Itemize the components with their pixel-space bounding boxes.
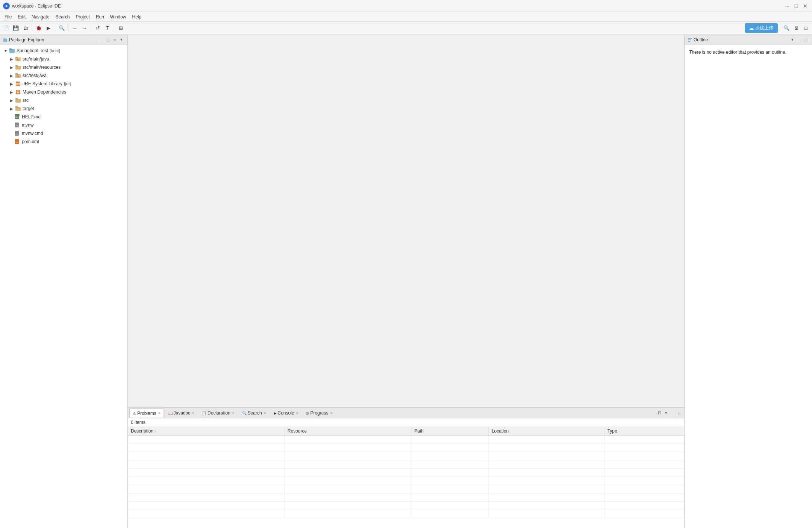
tab-declaration-close[interactable]: × [232, 411, 235, 415]
menu-help[interactable]: Help [129, 13, 145, 21]
outline-menu-btn[interactable]: ▾ [789, 37, 795, 43]
tab-console-close[interactable]: × [296, 411, 298, 415]
src-test-java-icon: s [15, 73, 21, 79]
tab-console[interactable]: ▶ Console × [270, 408, 302, 418]
search-button[interactable]: 🔍 [57, 24, 66, 33]
menu-navigate[interactable]: Navigate [29, 13, 52, 21]
pe-close-button[interactable]: × [112, 37, 118, 43]
maven-label: Maven Dependencies [23, 89, 66, 95]
run-button[interactable]: ▶ [44, 24, 53, 33]
save-all-button[interactable]: 🗂 [21, 24, 30, 33]
perspective-button[interactable]: ⊞ [116, 24, 125, 33]
menu-file[interactable]: File [2, 13, 15, 21]
menu-edit[interactable]: Edit [15, 13, 29, 21]
col-location[interactable]: Location [488, 427, 604, 436]
forward-button[interactable]: → [80, 24, 89, 33]
tree-item-mvnw-cmd[interactable]: cmd mvnw.cmd [0, 129, 127, 138]
tab-declaration-label: Declaration [208, 410, 230, 416]
table-row[interactable] [128, 444, 684, 452]
quick-access-button[interactable]: 🔍 [782, 24, 791, 33]
menu-window[interactable]: Window [107, 13, 129, 21]
toggle-src-main-resources[interactable]: ▶ [9, 65, 14, 70]
refresh-button[interactable]: ↺ [93, 24, 102, 33]
toggle-project[interactable]: ▼ [3, 48, 8, 53]
pe-minimize-button[interactable]: _ [98, 37, 104, 43]
tab-declaration[interactable]: 📋 Declaration × [198, 408, 238, 418]
open-type-button[interactable]: T [103, 24, 112, 33]
toggle-src[interactable]: ▶ [9, 98, 14, 103]
toggle-maven[interactable]: ▶ [9, 89, 14, 95]
col-resource[interactable]: Resource [284, 427, 411, 436]
menu-run[interactable]: Run [93, 13, 107, 21]
toggle-target[interactable]: ▶ [9, 106, 14, 111]
tab-progress-close[interactable]: × [330, 411, 332, 415]
toggle-src-main-java[interactable]: ▶ [9, 56, 14, 62]
tree-item-jre[interactable]: ▶ JRE JRE System Library [jre] [0, 80, 127, 88]
bottom-filter-button[interactable]: ⊟ [656, 410, 662, 416]
package-explorer-label: Package Explorer [9, 37, 45, 42]
debug-button[interactable]: 🐞 [34, 24, 43, 33]
open-perspective-button[interactable]: ⊠ [792, 24, 801, 33]
bottom-menu-button[interactable]: ▾ [663, 410, 669, 416]
tree-item-help-md[interactable]: MD HELP.md [0, 113, 127, 121]
tree-item-src-test-java[interactable]: ▶ s src/test/java [0, 71, 127, 80]
jre-icon: JRE [15, 81, 21, 87]
pe-menu-button[interactable]: ▾ [118, 37, 124, 43]
outline-maximize-btn[interactable]: □ [803, 37, 809, 43]
save-button[interactable]: 💾 [11, 24, 20, 33]
col-description[interactable]: Description ↑ [128, 427, 284, 436]
tree-item-mvnw[interactable]: sh mvnw [0, 121, 127, 129]
tree-item-src-main-java[interactable]: ▶ s src/main/java [0, 55, 127, 63]
maximize-button[interactable]: □ [792, 2, 800, 10]
pe-maximize-button[interactable]: □ [105, 37, 111, 43]
problems-table: Description ↑ Resource Path Location Typ… [128, 427, 684, 518]
tab-search-close[interactable]: × [264, 411, 266, 415]
close-button[interactable]: ✕ [801, 2, 809, 10]
table-row[interactable] [128, 460, 684, 469]
col-path[interactable]: Path [411, 427, 489, 436]
tree-item-src[interactable]: ▶ src [0, 96, 127, 104]
new-button[interactable]: 📄 [2, 24, 11, 33]
table-row[interactable] [128, 477, 684, 485]
javadoc-tab-icon: 📖 [168, 411, 173, 415]
upload-button[interactable]: ☁ 插接上传 [745, 23, 778, 33]
table-row[interactable] [128, 469, 684, 477]
toggle-src-test-java[interactable]: ▶ [9, 73, 14, 78]
toggle-jre[interactable]: ▶ [9, 81, 14, 86]
src-label: src [23, 98, 29, 103]
svg-rect-30 [688, 38, 692, 39]
declaration-tab-icon: 📋 [202, 411, 206, 415]
tree-item-maven[interactable]: ▶ M Maven Dependencies [0, 88, 127, 96]
toolbar-sep-1 [32, 24, 32, 32]
outline-minimize-btn[interactable]: _ [796, 37, 802, 43]
back-button[interactable]: ← [70, 24, 79, 33]
table-row[interactable] [128, 485, 684, 493]
tab-problems[interactable]: ⚠ Problems × [129, 408, 164, 418]
tree-item-src-main-resources[interactable]: ▶ src/main/resources [0, 63, 127, 71]
tab-javadoc[interactable]: 📖 Javadoc × [165, 408, 198, 418]
tab-search[interactable]: 🔍 Search × [239, 408, 270, 418]
bottom-pane: ⚠ Problems × 📖 Javadoc × 📋 Declaration × [128, 408, 684, 528]
bottom-maximize-button[interactable]: □ [677, 410, 683, 416]
tab-problems-close[interactable]: × [158, 411, 161, 415]
menu-search[interactable]: Search [52, 13, 73, 21]
bottom-minimize-button[interactable]: _ [670, 410, 676, 416]
table-row[interactable] [128, 502, 684, 510]
tree-item-target[interactable]: ▶ target [0, 104, 127, 113]
svg-rect-1 [3, 39, 7, 42]
minimize-button[interactable]: ─ [783, 2, 791, 10]
table-row[interactable] [128, 510, 684, 518]
menu-project[interactable]: Project [73, 13, 92, 21]
table-row[interactable] [128, 493, 684, 502]
tree-item-project[interactable]: ▼ Springboot-Test [boot] [0, 47, 127, 55]
table-row[interactable] [128, 436, 684, 444]
tree-item-pom-xml[interactable]: xml pom.xml [0, 138, 127, 146]
mvnw-label: mvnw [22, 123, 33, 128]
tab-progress[interactable]: ◎ Progress × [302, 408, 336, 418]
col-type[interactable]: Type [604, 427, 684, 436]
maximize-view-button[interactable]: □ [801, 24, 810, 33]
tab-problems-label: Problems [137, 411, 156, 416]
table-row[interactable] [128, 452, 684, 460]
tab-javadoc-close[interactable]: × [192, 411, 194, 415]
svg-rect-2 [3, 38, 5, 39]
